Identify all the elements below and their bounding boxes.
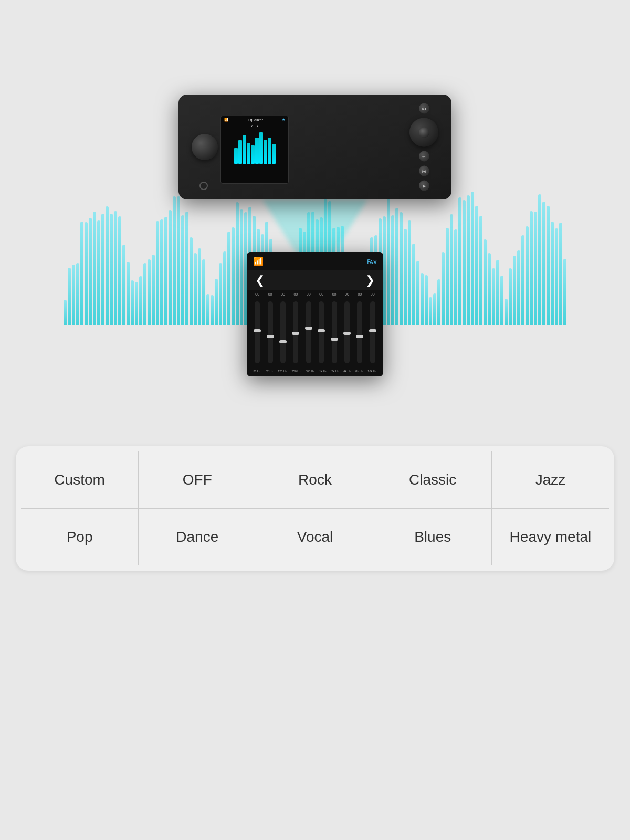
wave-bar bbox=[555, 228, 558, 326]
wave-bar bbox=[135, 282, 138, 326]
wave-bar bbox=[173, 196, 176, 326]
wave-bar bbox=[404, 229, 407, 326]
eq-slider-thumb bbox=[331, 338, 338, 341]
screen-eq-label: Equalizer bbox=[248, 118, 263, 122]
wave-bar bbox=[198, 248, 201, 326]
visual-area: 📶 Equalizer ★ ‹ › ⏮ ↩ ⏭ bbox=[0, 63, 630, 420]
preset-button[interactable]: Blues bbox=[374, 509, 492, 565]
eq-band-value: 00 bbox=[268, 292, 272, 296]
preset-button[interactable]: Pop bbox=[21, 509, 139, 565]
navigation-dial[interactable] bbox=[410, 118, 438, 147]
wave-bar bbox=[408, 220, 411, 326]
eq-slider-track[interactable] bbox=[293, 301, 298, 363]
wave-bar bbox=[513, 256, 516, 326]
wave-bar bbox=[521, 235, 524, 326]
mini-eq-bar bbox=[272, 144, 276, 164]
wave-bar bbox=[463, 200, 466, 326]
eq-slider-track[interactable] bbox=[306, 301, 311, 363]
mini-eq-bar bbox=[264, 140, 267, 164]
eq-slider-track[interactable] bbox=[268, 301, 273, 363]
wave-bar bbox=[223, 251, 226, 326]
preset-row-2: PopDanceVocalBluesHeavy metal bbox=[21, 509, 609, 565]
wave-bar bbox=[471, 192, 474, 326]
eq-band-value: 00 bbox=[332, 292, 337, 296]
eq-slider-track[interactable] bbox=[344, 301, 350, 363]
eq-slider-thumb bbox=[305, 327, 312, 330]
eq-slider-track[interactable] bbox=[319, 301, 324, 363]
wave-bar bbox=[127, 262, 130, 326]
wave-bar bbox=[236, 202, 239, 326]
wave-bar bbox=[169, 210, 172, 326]
prev-skip-button[interactable]: ⏮ bbox=[419, 103, 429, 114]
eq-prev-arrow[interactable]: ❮ bbox=[255, 274, 265, 287]
device-wrapper: 📶 Equalizer ★ ‹ › ⏮ ↩ ⏭ bbox=[178, 94, 452, 200]
wave-bar bbox=[122, 245, 125, 326]
preset-button[interactable]: Dance bbox=[139, 509, 256, 565]
eq-slider-thumb bbox=[369, 329, 376, 332]
eq-band-value: 00 bbox=[255, 292, 259, 296]
wave-bar bbox=[232, 227, 235, 326]
eq-band-value: 00 bbox=[345, 292, 349, 296]
wave-bar bbox=[156, 221, 159, 326]
wave-bar bbox=[437, 279, 440, 326]
preset-button[interactable]: OFF bbox=[139, 452, 256, 508]
volume-knob[interactable] bbox=[192, 134, 218, 160]
preset-button[interactable]: Rock bbox=[256, 452, 374, 508]
preset-button[interactable]: Classic bbox=[374, 452, 492, 508]
wave-bar bbox=[505, 299, 508, 326]
eq-freq-label: 62 Hz bbox=[266, 370, 273, 373]
play-button[interactable]: ▶ bbox=[419, 181, 429, 191]
eq-next-arrow[interactable]: ❯ bbox=[365, 274, 375, 287]
wave-bar bbox=[143, 263, 146, 326]
next-skip-button[interactable]: ⏭ bbox=[419, 166, 429, 176]
mini-eq-bar bbox=[255, 138, 259, 164]
wave-bar bbox=[454, 229, 457, 326]
eq-freq-label: 2k Hz bbox=[331, 370, 339, 373]
wave-bar bbox=[106, 206, 109, 326]
wave-bar bbox=[517, 250, 520, 326]
eq-slider-track[interactable] bbox=[280, 301, 286, 363]
eq-bt-icon: ℻ bbox=[367, 256, 377, 266]
eq-slider-thumb bbox=[356, 335, 363, 338]
eq-values-row: 00000000000000000000 bbox=[247, 290, 383, 298]
eq-slider-thumb bbox=[292, 332, 299, 335]
eq-slider-thumb bbox=[267, 335, 274, 338]
wave-bar bbox=[114, 211, 117, 326]
wave-bar bbox=[391, 215, 394, 326]
power-button[interactable] bbox=[200, 182, 208, 190]
preset-button[interactable]: Custom bbox=[21, 452, 139, 508]
wave-bar bbox=[484, 239, 487, 326]
wave-bar bbox=[93, 212, 96, 326]
mini-eq-bar bbox=[247, 143, 250, 164]
eq-slider-track[interactable] bbox=[255, 301, 260, 363]
wave-bar bbox=[559, 223, 562, 326]
wave-bar bbox=[68, 268, 71, 326]
eq-band-value: 00 bbox=[371, 292, 375, 296]
eq-slider-thumb bbox=[318, 329, 325, 332]
wave-bar bbox=[64, 300, 67, 326]
preset-button[interactable]: Heavy metal bbox=[492, 509, 609, 565]
wave-bar bbox=[429, 297, 432, 326]
wave-bar bbox=[433, 293, 436, 326]
back-button[interactable]: ↩ bbox=[419, 151, 429, 162]
wave-bar bbox=[181, 215, 184, 326]
screen-bt-icon: ★ bbox=[282, 118, 285, 122]
device-controls: ⏮ ↩ ⏭ ▶ bbox=[410, 103, 438, 191]
preset-row-1: CustomOFFRockClassicJazz bbox=[21, 452, 609, 509]
wave-bar bbox=[110, 214, 113, 326]
eq-freq-label: 31 Hz bbox=[253, 370, 260, 373]
eq-slider-track[interactable] bbox=[357, 301, 362, 363]
device-screen: 📶 Equalizer ★ ‹ › bbox=[220, 116, 289, 184]
eq-sliders-container bbox=[247, 298, 383, 366]
preset-button[interactable]: Vocal bbox=[256, 509, 374, 565]
wave-bar bbox=[76, 263, 79, 326]
wave-bar bbox=[206, 294, 209, 326]
wave-bar bbox=[89, 218, 92, 326]
wave-bar bbox=[400, 212, 403, 326]
eq-slider-track[interactable] bbox=[332, 301, 337, 363]
wave-bar bbox=[190, 237, 193, 326]
eq-slider-track[interactable] bbox=[370, 301, 375, 363]
wave-bar bbox=[563, 259, 566, 326]
preset-button[interactable]: Jazz bbox=[492, 452, 609, 508]
wave-bar bbox=[148, 259, 151, 326]
